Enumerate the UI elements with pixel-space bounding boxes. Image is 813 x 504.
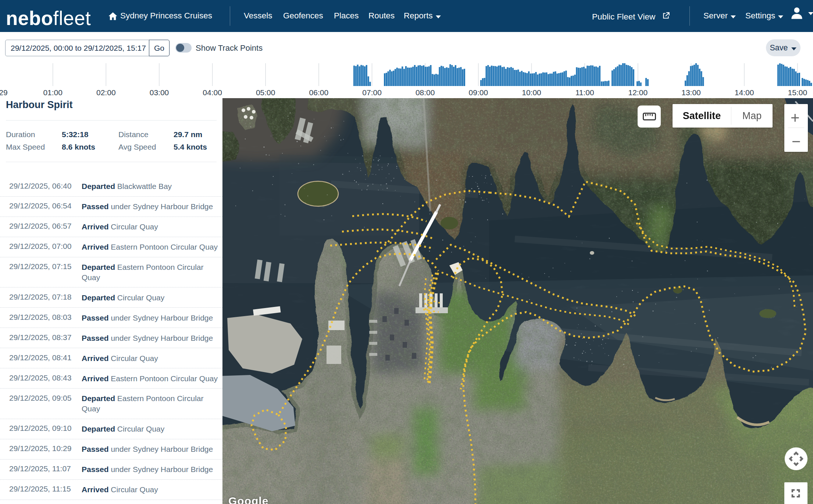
svg-text:08:00: 08:00 <box>416 88 435 97</box>
svg-text:05:00: 05:00 <box>256 88 275 97</box>
svg-text:15:00: 15:00 <box>788 88 807 97</box>
svg-text:29: 29 <box>0 88 8 97</box>
svg-text:07:00: 07:00 <box>362 88 382 97</box>
svg-text:13:00: 13:00 <box>681 88 701 97</box>
svg-text:09:00: 09:00 <box>469 88 488 97</box>
svg-text:02:00: 02:00 <box>96 88 116 97</box>
svg-text:01:00: 01:00 <box>43 88 63 97</box>
svg-text:10:00: 10:00 <box>522 88 541 97</box>
svg-text:04:00: 04:00 <box>203 88 222 97</box>
svg-text:06:00: 06:00 <box>309 88 329 97</box>
svg-text:03:00: 03:00 <box>150 88 169 97</box>
svg-text:11:00: 11:00 <box>575 88 594 97</box>
svg-text:14:00: 14:00 <box>735 88 754 97</box>
svg-text:12:00: 12:00 <box>628 88 648 97</box>
